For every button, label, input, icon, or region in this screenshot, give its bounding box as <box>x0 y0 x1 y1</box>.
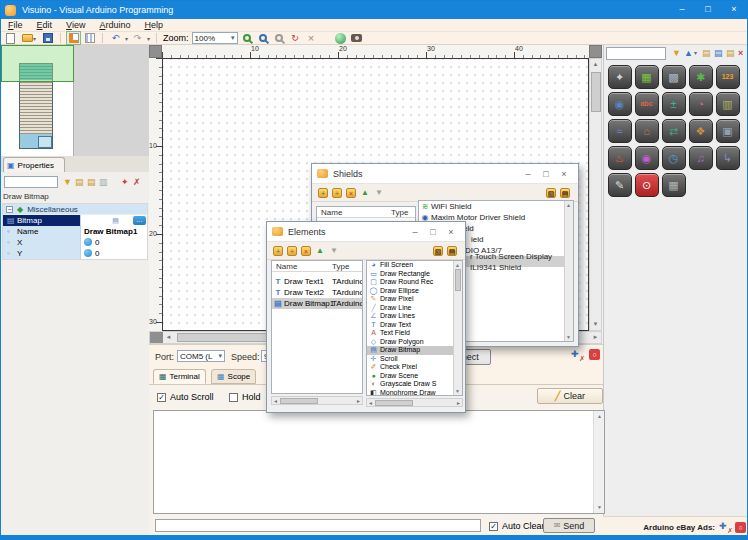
clear-filter-icon[interactable]: × <box>738 48 743 59</box>
close-icon[interactable] <box>442 227 460 237</box>
board-select-icon[interactable]: ▲ <box>684 48 693 59</box>
palette-item[interactable]: ✛Scroll <box>367 355 462 364</box>
undo-button[interactable] <box>109 32 122 44</box>
name-column-header[interactable]: Name <box>276 261 297 272</box>
name-column-header[interactable]: Name <box>321 207 342 218</box>
scroll-down-icon[interactable] <box>566 334 571 340</box>
scroll-thumb[interactable] <box>455 269 461 291</box>
type-column-header[interactable]: Type <box>332 261 349 272</box>
shields-dialog-titlebar[interactable]: Shields <box>312 164 578 184</box>
folder-icon[interactable]: ▤ <box>726 48 735 59</box>
menu-help[interactable]: Help <box>137 19 170 32</box>
insert-shield-icon[interactable]: + <box>331 187 343 199</box>
tools-disconnect-icon[interactable] <box>571 349 583 361</box>
element-row[interactable]: ▤Draw Bitmap1TArduinoCol <box>272 298 362 309</box>
insert-element-icon[interactable]: + <box>286 245 298 257</box>
palette-item[interactable]: ▢Draw Round Rec <box>367 278 462 287</box>
scroll-left-icon[interactable] <box>163 332 174 343</box>
tab-scope[interactable]: ▦ Scope <box>211 369 256 384</box>
shields-tree-scrollbar[interactable] <box>564 201 573 341</box>
element-row[interactable]: TDraw Text2TArduinoCol <box>272 287 362 298</box>
minimize-icon[interactable] <box>406 227 424 237</box>
clear-button[interactable]: ╱ Clear <box>537 388 603 404</box>
toggle-panels-button[interactable] <box>67 32 80 44</box>
open-button[interactable] <box>20 32 38 44</box>
delete-button[interactable] <box>305 32 318 44</box>
collapse-icon[interactable]: − <box>6 206 13 213</box>
minimap-viewport-rect[interactable] <box>1 45 74 82</box>
palette-item[interactable]: ●Draw Scene <box>367 372 462 381</box>
send-button[interactable]: ✉ Send <box>543 518 595 533</box>
ellipsis-button[interactable] <box>133 216 146 225</box>
properties-filter-input[interactable] <box>4 176 58 188</box>
scroll-left-icon[interactable] <box>368 399 373 407</box>
canvas-vertical-scrollbar[interactable] <box>589 58 602 331</box>
toggle-grid-button[interactable] <box>83 32 96 44</box>
property-value-cell[interactable]: 0 <box>81 237 147 248</box>
palette-item[interactable]: ╱Draw Line <box>367 304 462 313</box>
minimize-icon[interactable] <box>669 1 695 19</box>
move-down-icon[interactable]: ▼ <box>373 187 385 199</box>
toolbox-search-input[interactable] <box>606 47 666 60</box>
toolbox-signal-icon[interactable]: ≈ <box>608 119 632 143</box>
auto-clear-checkbox[interactable]: Auto Clear <box>489 521 545 531</box>
add-shield-icon[interactable]: + <box>317 187 329 199</box>
zoom-in-button[interactable] <box>241 32 254 44</box>
toolbox-converter-icon[interactable]: ⇄ <box>662 119 686 143</box>
tools-icon[interactable] <box>719 521 731 533</box>
toolbox-time-icon[interactable]: ◷ <box>662 146 686 170</box>
chevron-down-icon[interactable] <box>694 48 697 59</box>
terminal-scrollbar[interactable] <box>593 411 604 513</box>
scroll-left-icon[interactable] <box>273 397 278 405</box>
pin-ball-icon[interactable] <box>84 249 92 257</box>
redo-history-icon[interactable] <box>147 35 150 42</box>
move-up-icon[interactable]: ▲ <box>359 187 371 199</box>
hold-checkbox[interactable]: Hold <box>229 392 261 402</box>
zoom-out-button[interactable] <box>257 32 270 44</box>
minimize-icon[interactable] <box>519 169 537 179</box>
collapse-folder-icon[interactable]: ▤ <box>87 177 96 187</box>
new-button[interactable] <box>4 32 17 44</box>
collapse-all-icon[interactable]: ▤ <box>446 245 458 257</box>
toolbox-fire-icon[interactable]: ♨ <box>608 146 632 170</box>
port-select[interactable]: COM5 (L <box>177 350 225 362</box>
toolbox-home-icon[interactable]: ⌂ <box>635 119 659 143</box>
palette-item[interactable]: ▭Draw Rectangle <box>367 270 462 279</box>
auto-scroll-checkbox[interactable]: Auto Scroll <box>157 392 214 402</box>
maximize-icon[interactable] <box>537 169 555 179</box>
property-row-name[interactable]: ◦ Name Draw Bitmap1 <box>3 226 147 237</box>
refresh-button[interactable] <box>289 32 302 44</box>
send-input[interactable] <box>155 519 481 532</box>
toolbox-display-icon[interactable]: ▣ <box>716 119 740 143</box>
toolbox-power-icon[interactable]: ▥ <box>716 92 740 116</box>
pin-ball-icon[interactable] <box>84 238 92 246</box>
scroll-up-icon[interactable] <box>594 411 605 422</box>
elements-palette[interactable]: ◕Fill Screen▭Draw Rectangle▢Draw Round R… <box>366 260 463 396</box>
elements-list-hscrollbar[interactable] <box>271 396 363 405</box>
scroll-thumb[interactable] <box>280 398 318 404</box>
collapse-all-icon[interactable]: ▤ <box>559 187 571 199</box>
zoom-select[interactable]: 100% <box>192 32 238 44</box>
palette-item[interactable]: ✎Draw Pixel <box>367 295 462 304</box>
toolbox-text-icon[interactable]: abc <box>635 92 659 116</box>
property-value-cell[interactable]: ▤ <box>81 215 147 226</box>
maximize-icon[interactable] <box>695 1 721 19</box>
toolbox-gauge-icon[interactable]: ◔ <box>689 92 713 116</box>
elements-dialog-titlebar[interactable]: Elements <box>267 222 465 242</box>
palette-item[interactable]: AText Field <box>367 329 462 338</box>
toolbox-math-icon[interactable]: ± <box>662 92 686 116</box>
toolbox-power-button-icon[interactable]: ⊙ <box>635 173 659 197</box>
move-down-icon[interactable]: ▼ <box>328 245 340 257</box>
scroll-down-icon[interactable] <box>590 319 601 330</box>
close-icon[interactable] <box>555 169 573 179</box>
palette-scrollbar[interactable] <box>453 261 462 395</box>
toolbox-flow-icon[interactable]: ↳ <box>716 146 740 170</box>
scroll-right-icon[interactable] <box>590 332 601 343</box>
palette-hscrollbar[interactable] <box>366 398 463 407</box>
reset-icon[interactable]: ✗ <box>133 177 141 187</box>
delete-element-icon[interactable]: × <box>300 245 312 257</box>
palette-item[interactable]: ◕Fill Screen <box>367 261 462 270</box>
palette-item[interactable]: ◧Monohrome Draw <box>367 389 462 397</box>
ads-stop-icon[interactable] <box>735 522 746 533</box>
undo-history-icon[interactable] <box>125 35 128 42</box>
